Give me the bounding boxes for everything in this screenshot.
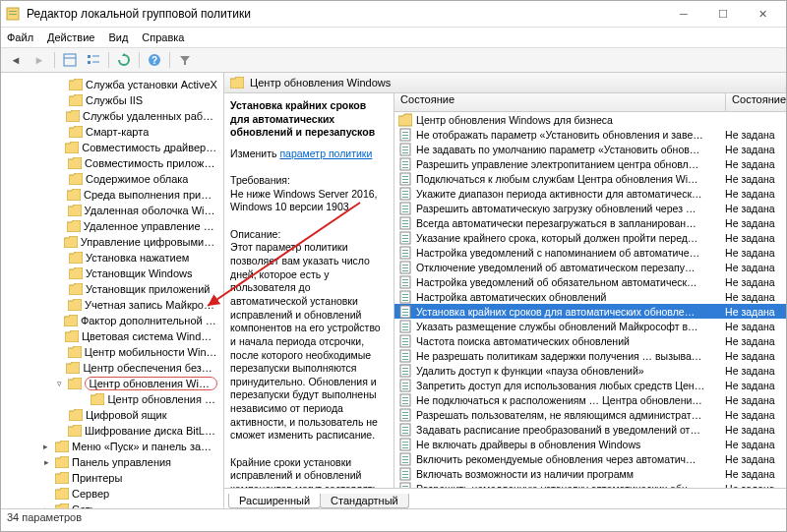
policy-row[interactable]: Разрешить управление электропитанием цен… — [394, 156, 786, 171]
tree-item[interactable]: Удаленное управление Windows — [1, 218, 223, 234]
tree-item[interactable]: Содержимое облака — [1, 171, 223, 187]
tree-item[interactable]: Установщик приложений — [1, 281, 223, 297]
tree-item[interactable]: Установка нажатием — [1, 250, 223, 266]
tree-item[interactable]: ▸Сеть — [1, 502, 223, 508]
tree-item[interactable]: Службы IIS — [1, 92, 223, 108]
tree-item[interactable]: Службы удаленных рабочих столов — [1, 108, 223, 124]
policy-row[interactable]: Разрешить автоматическую загрузку обновл… — [394, 201, 786, 215]
svg-rect-95 — [402, 430, 408, 431]
forward-button[interactable]: ► — [29, 49, 50, 71]
svg-rect-68 — [402, 329, 408, 330]
policy-row[interactable]: Не включать драйверы в обновления Window… — [394, 437, 786, 451]
tree-item[interactable]: Служба установки ActiveX — [1, 77, 223, 92]
svg-rect-14 — [402, 132, 408, 133]
policy-row[interactable]: Указать размещение службы обновлений Май… — [394, 319, 786, 333]
tree-item[interactable]: Цветовая система Windows Color System — [1, 328, 223, 344]
refresh-icon[interactable] — [113, 49, 135, 71]
policy-row[interactable]: Отключение уведомлений об автоматическом… — [394, 260, 786, 274]
menu-file[interactable]: Файл — [7, 31, 33, 43]
policy-row[interactable]: Запретить доступ для использования любых… — [394, 378, 786, 392]
tool-details-icon[interactable] — [59, 49, 81, 71]
tree-item[interactable]: Принтеры — [1, 470, 223, 486]
svg-rect-1 — [9, 11, 17, 12]
tree-item[interactable]: Удаленная оболочка Windows — [1, 203, 223, 218]
svg-rect-92 — [402, 418, 408, 419]
tree-item[interactable]: Учетная запись Майкрософт — [1, 297, 223, 313]
tool-list-icon[interactable] — [83, 49, 104, 71]
svg-rect-71 — [402, 341, 408, 342]
tree-item[interactable]: Цифровой ящик — [1, 407, 223, 423]
help-icon[interactable]: ? — [144, 49, 165, 71]
svg-rect-35 — [402, 208, 408, 209]
tree-item-selected[interactable]: ▿Центр обновления Windows — [1, 376, 223, 391]
tree-item[interactable]: Центр обновления Windows для бизнеса — [1, 391, 223, 407]
policy-row[interactable]: Разрешить немедленную установку автомати… — [394, 481, 786, 488]
description-body: Этот параметр политики позволяет вам ука… — [230, 241, 388, 488]
tree-item[interactable]: Центр обеспечения безопасности — [1, 360, 223, 376]
policy-row[interactable]: Указание крайнего срока, который должен … — [394, 230, 786, 245]
tree-item[interactable]: Совместимость приложений — [1, 155, 223, 171]
minimize-button[interactable]: ─ — [664, 3, 703, 25]
menu-view[interactable]: Вид — [108, 31, 128, 43]
tree-item[interactable]: Установщик Windows — [1, 266, 223, 281]
menubar: Файл Действие Вид Справка — [1, 28, 786, 48]
nav-tree[interactable]: Служба установки ActiveXСлужбы IISСлужбы… — [1, 73, 224, 508]
tree-item[interactable]: Управление цифровыми правами Windows Me… — [1, 234, 223, 250]
filter-icon[interactable] — [174, 49, 196, 71]
menu-help[interactable]: Справка — [142, 31, 184, 43]
policy-row[interactable]: Разрешать пользователям, не являющимся а… — [394, 407, 786, 422]
svg-rect-59 — [402, 297, 408, 298]
policy-row[interactable]: Подключаться к любым службам Центра обно… — [394, 171, 786, 186]
svg-rect-106 — [402, 471, 408, 472]
svg-rect-22 — [402, 161, 408, 162]
tab-extended[interactable]: Расширенный — [228, 494, 321, 508]
svg-rect-56 — [402, 285, 408, 286]
tree-item[interactable]: Смарт-карта — [1, 124, 223, 140]
policy-row[interactable]: Частота поиска автоматических обновлений… — [394, 333, 786, 348]
policy-row[interactable]: Всегда автоматически перезагружаться в з… — [394, 215, 786, 230]
svg-rect-32 — [402, 197, 408, 198]
description-panel: Установка крайних сроков для автоматичес… — [224, 93, 394, 488]
tree-item[interactable]: ▸Панель управления — [1, 454, 223, 470]
svg-rect-63 — [402, 312, 408, 313]
svg-rect-82 — [402, 383, 408, 384]
tree-item[interactable]: Фактор дополнительной проверки подлиннос… — [1, 313, 223, 328]
policy-row[interactable]: Не отображать параметр «Установить обнов… — [394, 127, 786, 142]
policy-list[interactable]: Центр обновления Windows для бизнесаНе о… — [394, 112, 786, 488]
svg-rect-99 — [402, 444, 408, 445]
policy-row[interactable]: Настройка уведомлений с напоминанием об … — [394, 245, 786, 260]
col-state[interactable]: Состояние — [726, 93, 786, 111]
tree-item[interactable]: Совместимость драйверов и устройств — [1, 140, 223, 155]
col-name[interactable]: Состояние — [394, 93, 726, 111]
policy-row[interactable]: Не подключаться к расположениям … Центра… — [394, 392, 786, 407]
svg-rect-38 — [402, 220, 408, 221]
tree-item[interactable]: Среда выполнения приложения — [1, 187, 223, 203]
policy-row[interactable]: Центр обновления Windows для бизнеса — [394, 112, 786, 127]
policy-row[interactable]: Включить рекомендуемые обновления через … — [394, 451, 786, 466]
tab-standard[interactable]: Стандартный — [320, 494, 409, 508]
policy-row[interactable]: Не разрешать политикам задержки получени… — [394, 348, 786, 363]
svg-rect-30 — [402, 191, 408, 192]
policy-row[interactable]: Задавать расписание преобразований в уве… — [394, 422, 786, 437]
tree-item[interactable]: ▸Меню «Пуск» и панель задач — [1, 439, 223, 454]
policy-row[interactable]: Включать возможности из наличии программ… — [394, 466, 786, 481]
edit-policy-link[interactable]: параметр политики — [279, 148, 372, 159]
tree-item[interactable]: Центр мобильности Windows — [1, 344, 223, 360]
tree-item[interactable]: Сервер — [1, 486, 223, 502]
maximize-button[interactable]: ☐ — [703, 3, 743, 25]
policy-row[interactable]: Настройка уведомлений об обязательном ав… — [394, 274, 786, 289]
policy-row[interactable]: Удалить доступ к функции «пауза обновлен… — [394, 363, 786, 378]
svg-rect-28 — [402, 182, 408, 183]
back-button[interactable]: ◄ — [5, 49, 27, 71]
svg-rect-60 — [402, 300, 408, 301]
close-button[interactable]: ✕ — [743, 3, 782, 25]
svg-rect-76 — [402, 359, 408, 360]
svg-rect-83 — [402, 385, 408, 386]
policy-row[interactable]: Установка крайних сроков для автоматичес… — [394, 304, 786, 319]
policy-row[interactable]: Не задавать по умолчанию параметр «Устан… — [394, 142, 786, 156]
policy-row[interactable]: Настройка автоматических обновленийНе за… — [394, 289, 786, 304]
policy-row[interactable]: Укажите диапазон периода активности для … — [394, 186, 786, 201]
menu-action[interactable]: Действие — [47, 31, 94, 43]
tree-item[interactable]: Шифрование диска BitLocker — [1, 423, 223, 439]
svg-rect-26 — [402, 176, 408, 177]
